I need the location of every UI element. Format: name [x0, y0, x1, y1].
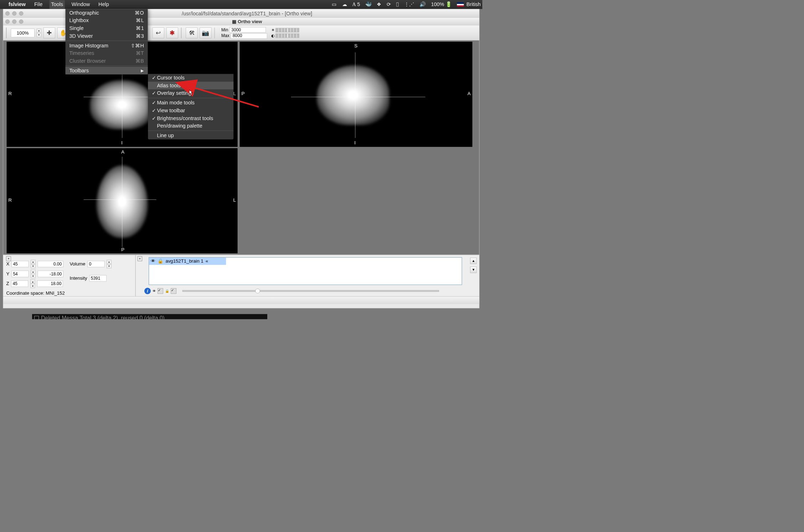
notification-count[interactable]: A5: [352, 1, 360, 7]
orient-r: R: [8, 91, 12, 97]
x-mm-input[interactable]: [37, 261, 63, 267]
volume-icon[interactable]: 🔊: [419, 1, 426, 7]
overlay-down-button[interactable]: ▼: [470, 267, 476, 273]
link-cursor-button[interactable]: ✱: [166, 27, 178, 38]
z-stepper[interactable]: ▲▼: [30, 279, 35, 288]
submenu-arrow-icon: ▶: [141, 68, 144, 73]
orient-l2: L: [233, 197, 236, 203]
overlay-panel: × 👁 🔒 avg152T1_brain 1 « ▲ ▼ i 👁 ✓ 🔒 ✓: [136, 255, 479, 296]
orient-p: P: [241, 91, 244, 97]
menu-help[interactable]: Help: [97, 0, 110, 9]
axial-view[interactable]: A R L P: [7, 148, 238, 253]
column-icon[interactable]: ⌷: [396, 1, 399, 7]
doc-traffic-lights[interactable]: [5, 19, 23, 24]
y-stepper[interactable]: ▲▼: [31, 270, 35, 278]
wifi-icon[interactable]: ⋮⋰: [404, 1, 414, 7]
crosshair-tool-button[interactable]: ✚: [43, 27, 55, 38]
x-stepper[interactable]: ▲▼: [31, 260, 35, 268]
submenu-cursor-tools[interactable]: ✓Cursor tools: [148, 74, 233, 82]
visibility-icon[interactable]: 👁: [151, 258, 155, 264]
bottom-panels: × X▲▼ Y▲▼ Z▲▼ Volume▲▼ Intensity Coordin…: [3, 255, 479, 296]
volume-label: Volume: [69, 261, 85, 267]
language-indicator[interactable]: British: [457, 1, 480, 7]
options-button[interactable]: 🛠: [186, 27, 197, 38]
docker-icon[interactable]: 🐳: [365, 1, 372, 7]
menu-file[interactable]: File: [32, 0, 44, 9]
sagittal-view[interactable]: S P A I: [240, 42, 473, 147]
close-coord-panel-button[interactable]: ×: [6, 256, 11, 261]
battery-alt-icon[interactable]: ▭: [332, 1, 337, 7]
y-mm-input[interactable]: [37, 271, 63, 277]
max-input[interactable]: [231, 33, 267, 39]
menu-toolbars[interactable]: Toolbars▶: [66, 67, 148, 74]
orient-i: I: [121, 140, 123, 146]
coordinate-panel: × X▲▼ Y▲▼ Z▲▼ Volume▲▼ Intensity Coordin…: [3, 255, 136, 296]
menu-single[interactable]: Single⌘1: [66, 24, 148, 32]
lock-checkbox[interactable]: ✓: [171, 288, 176, 294]
overlay-name: avg152T1_brain 1: [165, 258, 203, 264]
snapshot-button[interactable]: 📷: [200, 27, 211, 38]
orient-r2: R: [8, 197, 12, 203]
overlay-up-button[interactable]: ▲: [470, 258, 476, 264]
submenu-atlas-tools[interactable]: Atlas tools: [148, 82, 233, 89]
zoom-stepper[interactable]: ▲▼: [37, 29, 41, 37]
submenu-main-mode-tools[interactable]: ✓Main mode tools: [148, 99, 233, 107]
cloud-icon[interactable]: ☁: [342, 1, 347, 7]
submenu-brightness-contrast-tools[interactable]: ✓Brightness/contrast tools: [148, 114, 233, 122]
menu-cluster-browser: Cluster Browser⌘B: [66, 57, 148, 65]
lock-toggle-icon[interactable]: 🔒: [165, 289, 169, 293]
x-voxel-input[interactable]: [11, 261, 29, 267]
menu-orthographic[interactable]: Orthographic⌘O: [66, 9, 148, 17]
menu-tools[interactable]: Tools: [49, 0, 65, 9]
sync-icon[interactable]: ⟳: [387, 1, 391, 7]
z-mm-input[interactable]: [37, 280, 63, 287]
orient-a2: A: [121, 149, 124, 155]
toolbars-submenu: ✓Cursor tools Atlas tools ✓Overlay setti…: [148, 74, 233, 140]
visibility-toggle-icon[interactable]: 👁: [153, 289, 156, 293]
coordinate-space-label: Coordinate space: MNI_152: [6, 290, 132, 296]
visibility-checkbox[interactable]: ✓: [158, 288, 163, 294]
min-input[interactable]: [230, 27, 266, 33]
brightness-slider[interactable]: [275, 28, 299, 32]
contrast-slider[interactable]: [275, 33, 299, 38]
menu-image-histogram[interactable]: Image Histogram⇧⌘H: [66, 42, 148, 50]
info-button[interactable]: i: [144, 288, 151, 294]
volume-input[interactable]: [87, 261, 104, 267]
lock-icon[interactable]: 🔒: [158, 258, 163, 264]
menu-window[interactable]: Window: [70, 0, 92, 9]
y-voxel-input[interactable]: [11, 271, 29, 277]
submenu-line-up[interactable]: Line up: [148, 132, 233, 140]
orient-i2: I: [354, 140, 356, 146]
menu-3d-viewer[interactable]: 3D Viewer⌘3: [66, 32, 148, 40]
menu-lightbox[interactable]: Lightbox⌘L: [66, 17, 148, 25]
zoom-input[interactable]: [11, 29, 35, 37]
uk-flag-icon: [457, 2, 464, 7]
dropbox-icon[interactable]: ❖: [377, 1, 381, 7]
collapse-icon[interactable]: «: [206, 258, 208, 264]
status-bar: [3, 296, 479, 304]
z-voxel-input[interactable]: [11, 280, 28, 287]
ortho-icon: ▦: [232, 19, 237, 25]
orient-p2: P: [121, 247, 124, 253]
checkbox-icon: [34, 316, 39, 319]
reset-button[interactable]: ↩: [153, 27, 164, 38]
min-label: Min: [221, 27, 228, 32]
app-name[interactable]: fslview: [7, 0, 27, 9]
submenu-view-toolbar[interactable]: ✓View toolbar: [148, 107, 233, 114]
menu-timeseries: Timeseries⌘T: [66, 50, 148, 57]
submenu-pen-drawing-palette[interactable]: Pen/drawing palette: [148, 122, 233, 130]
overlay-list[interactable]: 👁 🔒 avg152T1_brain 1 «: [149, 257, 462, 285]
battery-status[interactable]: 100%🔋: [431, 1, 452, 7]
max-label: Max: [221, 33, 230, 38]
y-label: Y: [6, 271, 9, 277]
orient-a: A: [468, 91, 471, 97]
window-traffic-lights[interactable]: [5, 11, 23, 16]
close-overlay-panel-button[interactable]: ×: [138, 256, 142, 261]
orient-l: L: [233, 91, 236, 97]
overlay-item[interactable]: 👁 🔒 avg152T1_brain 1 «: [149, 258, 226, 265]
opacity-slider[interactable]: [182, 290, 439, 292]
intensity-label: Intensity: [69, 275, 87, 281]
submenu-overlay-settings[interactable]: ✓Overlay settings: [148, 89, 233, 97]
intensity-input[interactable]: [89, 275, 107, 282]
volume-stepper[interactable]: ▲▼: [107, 260, 111, 268]
